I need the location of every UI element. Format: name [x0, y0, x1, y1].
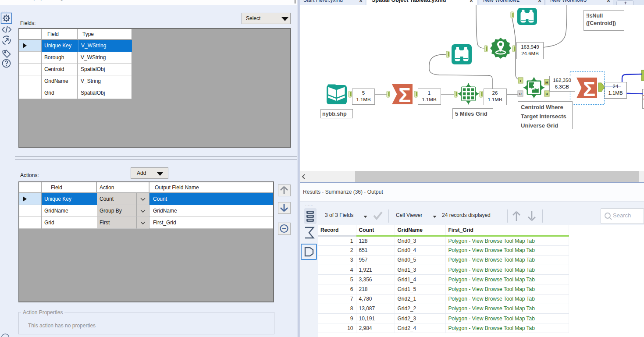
- svg-text:1.1MB: 1.1MB: [487, 97, 502, 102]
- svg-text:1.1MB: 1.1MB: [608, 90, 623, 96]
- svg-text:6.3GB: 6.3GB: [555, 84, 569, 89]
- svg-text:Centroid Where: Centroid Where: [521, 104, 563, 110]
- svg-text:Universe Grid: Universe Grid: [521, 122, 558, 129]
- svg-text:Σ: Σ: [398, 83, 411, 106]
- svg-text:163,949: 163,949: [521, 44, 539, 50]
- svg-text:nybb.shp: nybb.shp: [322, 111, 347, 117]
- svg-text:Σ: Σ: [583, 77, 595, 100]
- svg-text:24.6MB: 24.6MB: [521, 51, 539, 56]
- svg-text:T: T: [519, 79, 522, 83]
- svg-text:Target Intersects: Target Intersects: [521, 113, 566, 120]
- svg-text:!IsNull: !IsNull: [586, 13, 603, 19]
- svg-text:1: 1: [428, 90, 431, 96]
- svg-text:26: 26: [492, 90, 498, 96]
- svg-text:U: U: [519, 92, 522, 96]
- svg-text:162,350: 162,350: [553, 78, 571, 83]
- svg-text:24: 24: [613, 84, 619, 89]
- svg-text:1.1MB: 1.1MB: [422, 97, 437, 102]
- svg-text:([Centroid]): ([Centroid]): [586, 20, 616, 26]
- svg-text:M: M: [545, 81, 548, 85]
- svg-text:5 Miles Grid: 5 Miles Grid: [455, 110, 487, 117]
- svg-text:5: 5: [362, 90, 365, 96]
- svg-text:1.1MB: 1.1MB: [356, 97, 371, 102]
- svg-text:U: U: [546, 92, 548, 96]
